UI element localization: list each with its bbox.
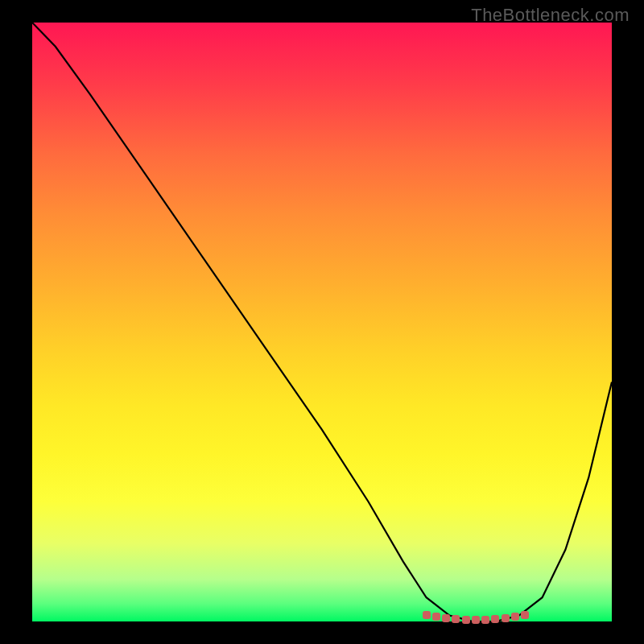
optimal-marker-dot: [462, 616, 470, 624]
optimal-marker-dot: [511, 613, 519, 621]
optimal-range-markers: [427, 616, 525, 624]
optimal-marker-dot: [423, 611, 431, 619]
optimal-marker-dot: [502, 614, 510, 622]
watermark-text: TheBottleneck.com: [471, 5, 630, 26]
optimal-marker-dot: [521, 611, 529, 619]
optimal-marker-dot: [442, 614, 450, 622]
optimal-marker-dot: [472, 616, 480, 624]
optimal-marker-dot: [481, 616, 489, 624]
chart-curve: [32, 23, 612, 621]
optimal-marker-dot: [491, 615, 499, 623]
optimal-marker-dot: [452, 615, 460, 623]
optimal-marker-dot: [432, 613, 440, 621]
chart-plot-area: [32, 23, 612, 621]
